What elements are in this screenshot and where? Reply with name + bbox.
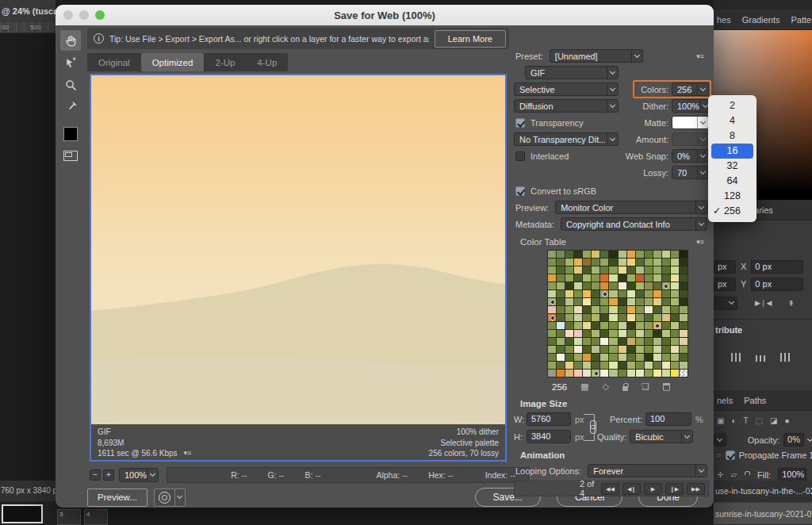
popup-item-16[interactable]: 16 bbox=[711, 144, 753, 159]
color-swatch[interactable] bbox=[671, 266, 679, 274]
color-swatch[interactable] bbox=[557, 346, 565, 353]
color-swatch[interactable] bbox=[680, 362, 688, 369]
color-swatch[interactable] bbox=[662, 251, 670, 258]
color-reduction-dropdown[interactable]: Selective bbox=[514, 82, 619, 96]
color-swatch[interactable] bbox=[680, 266, 688, 274]
x-position-field[interactable]: 0 px bbox=[751, 260, 803, 274]
color-swatch[interactable] bbox=[600, 322, 608, 329]
color-swatch[interactable] bbox=[609, 354, 617, 361]
zoom-window-button[interactable] bbox=[95, 10, 105, 20]
color-swatch[interactable] bbox=[557, 274, 565, 282]
zoom-level-dropdown[interactable]: 100% bbox=[119, 468, 159, 482]
color-swatch[interactable] bbox=[609, 251, 617, 258]
color-swatch[interactable] bbox=[662, 322, 670, 329]
document-tab[interactable]: @ 24% (tuscany bbox=[0, 0, 56, 22]
color-swatch[interactable] bbox=[671, 274, 679, 282]
color-swatch[interactable] bbox=[574, 346, 582, 353]
color-swatch[interactable] bbox=[636, 314, 644, 321]
distribute-right-icon[interactable] bbox=[780, 353, 791, 362]
color-swatch[interactable] bbox=[583, 251, 591, 258]
color-swatch[interactable] bbox=[583, 282, 591, 289]
color-swatch[interactable] bbox=[619, 330, 626, 337]
color-swatch[interactable] bbox=[600, 259, 608, 266]
color-swatch[interactable] bbox=[600, 354, 608, 361]
popup-item-4[interactable]: 4 bbox=[708, 113, 756, 128]
color-swatch[interactable] bbox=[609, 259, 617, 266]
propagate-frame-checkbox[interactable] bbox=[726, 450, 735, 460]
color-swatch[interactable] bbox=[627, 330, 635, 337]
color-swatch[interactable] bbox=[645, 330, 653, 337]
color-swatch[interactable] bbox=[619, 282, 626, 289]
popup-item-2[interactable]: 2 bbox=[708, 98, 756, 113]
filter-type-icon[interactable]: T bbox=[744, 416, 749, 425]
color-swatch[interactable] bbox=[548, 314, 556, 321]
color-swatch[interactable] bbox=[680, 282, 688, 289]
color-swatch[interactable] bbox=[636, 290, 644, 297]
color-swatch[interactable] bbox=[600, 251, 608, 258]
color-swatch[interactable] bbox=[574, 306, 582, 313]
color-swatch[interactable] bbox=[636, 266, 644, 274]
color-swatch[interactable] bbox=[619, 259, 626, 266]
color-swatch[interactable] bbox=[671, 298, 679, 305]
color-swatch[interactable] bbox=[592, 354, 599, 361]
lossy-dropdown[interactable]: 70 bbox=[672, 166, 709, 179]
filter-frame-icon[interactable]: ⬚ bbox=[756, 416, 763, 425]
status-menu-icon[interactable]: ▾≡ bbox=[184, 448, 192, 459]
fill-value[interactable]: 100% bbox=[778, 468, 806, 481]
color-swatch[interactable] bbox=[609, 282, 617, 289]
color-swatch[interactable] bbox=[574, 298, 582, 305]
color-swatch[interactable] bbox=[653, 251, 661, 258]
color-swatch[interactable] bbox=[557, 370, 565, 377]
color-swatch[interactable] bbox=[609, 322, 617, 329]
color-swatch[interactable] bbox=[653, 362, 661, 369]
last-frame-button[interactable]: ▶▶ bbox=[687, 483, 705, 495]
color-swatch[interactable] bbox=[627, 338, 635, 345]
color-swatch[interactable] bbox=[671, 346, 679, 353]
layer-row-selected[interactable]: sunrise-in-tuscany-2021-09-04- bbox=[714, 503, 812, 525]
color-swatch[interactable] bbox=[583, 266, 591, 274]
color-swatch[interactable] bbox=[592, 298, 599, 305]
width-field-fragment[interactable]: px bbox=[714, 260, 736, 274]
color-swatch[interactable] bbox=[619, 354, 626, 361]
color-swatch[interactable] bbox=[548, 322, 556, 329]
color-swatch[interactable] bbox=[574, 259, 582, 266]
popup-item-256[interactable]: ✓256 bbox=[708, 204, 756, 219]
color-swatch[interactable] bbox=[548, 282, 556, 289]
color-swatch[interactable] bbox=[574, 282, 582, 289]
color-swatch[interactable] bbox=[645, 306, 653, 313]
minimize-window-button[interactable] bbox=[79, 10, 89, 20]
color-swatch[interactable] bbox=[662, 274, 670, 282]
color-swatch[interactable] bbox=[662, 298, 670, 305]
color-swatch[interactable] bbox=[645, 346, 653, 353]
optimized-preview-pane[interactable]: GIF 8,693M 1611 sec @ 56.6 Kbps ▾≡ 100% … bbox=[90, 74, 507, 462]
color-swatch[interactable] bbox=[627, 314, 635, 321]
color-swatch[interactable] bbox=[592, 362, 599, 369]
popup-item-64[interactable]: 64 bbox=[708, 174, 756, 189]
color-swatch[interactable] bbox=[636, 322, 644, 329]
color-swatch[interactable] bbox=[680, 346, 688, 353]
slice-select-tool-button[interactable] bbox=[60, 52, 81, 73]
color-swatch[interactable] bbox=[619, 362, 626, 369]
color-swatch[interactable] bbox=[619, 290, 626, 297]
color-swatch[interactable] bbox=[680, 314, 688, 321]
color-swatch[interactable] bbox=[592, 282, 599, 289]
tab-optimized[interactable]: Optimized bbox=[141, 53, 205, 71]
color-swatch[interactable] bbox=[645, 251, 653, 258]
color-swatch[interactable] bbox=[680, 251, 688, 258]
color-swatch[interactable] bbox=[645, 298, 653, 305]
color-swatch[interactable] bbox=[600, 346, 608, 353]
color-swatch[interactable] bbox=[619, 322, 626, 329]
color-swatch[interactable] bbox=[583, 370, 591, 377]
height-input[interactable]: 3840 bbox=[527, 430, 571, 443]
tab-2up[interactable]: 2-Up bbox=[204, 53, 246, 71]
color-swatch[interactable] bbox=[680, 298, 688, 305]
tab-gradients[interactable]: Gradients bbox=[742, 15, 780, 25]
color-swatch[interactable] bbox=[662, 266, 670, 274]
tab-original[interactable]: Original bbox=[87, 53, 141, 71]
color-swatch[interactable] bbox=[600, 314, 608, 321]
color-swatch[interactable] bbox=[600, 362, 608, 369]
color-swatch[interactable] bbox=[619, 274, 626, 282]
toggle-slices-visibility-button[interactable] bbox=[63, 151, 78, 161]
color-swatch[interactable] bbox=[653, 306, 661, 313]
color-swatch[interactable] bbox=[583, 354, 591, 361]
